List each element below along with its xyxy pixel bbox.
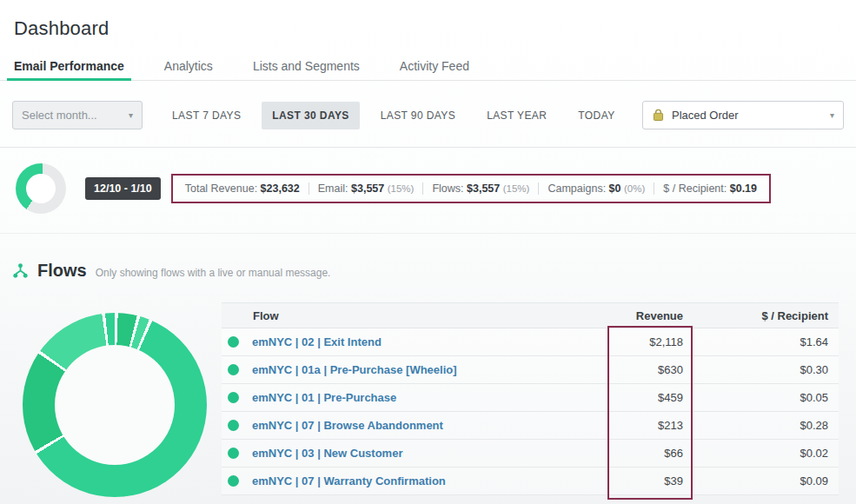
flows-donut-chart bbox=[23, 313, 207, 497]
revenue-cell: $66 bbox=[613, 447, 695, 460]
filter-bar: Select month... ▾ LAST 7 DAYS LAST 30 DA… bbox=[12, 101, 844, 129]
range-last-30-days[interactable]: LAST 30 DAYS bbox=[262, 102, 359, 129]
recipient-cell: $0.30 bbox=[695, 363, 839, 376]
summary-stat: $ / Recipient: $0.19 bbox=[654, 182, 766, 195]
flows-table: Flow Revenue $ / Recipient emNYC | 02 | … bbox=[222, 302, 839, 495]
range-last-7-days[interactable]: LAST 7 DAYS bbox=[162, 102, 251, 129]
flow-cell: emNYC | 01a | Pre-Purchase [Wheelio] bbox=[222, 363, 613, 376]
stat-value: $3,557 bbox=[351, 182, 384, 195]
stat-label: Email: bbox=[318, 182, 348, 195]
stat-value: $0.19 bbox=[730, 182, 757, 195]
page-title: Dashboard bbox=[14, 17, 109, 40]
tab-email-performance[interactable]: Email Performance bbox=[7, 52, 131, 81]
flow-cell: emNYC | 07 | Browse Abandonment bbox=[222, 419, 613, 432]
stat-label: Campaigns: bbox=[547, 182, 606, 195]
revenue-cell: $459 bbox=[613, 391, 695, 404]
summary-donut-hole bbox=[26, 174, 56, 203]
flow-cell: emNYC | 03 | New Customer bbox=[222, 447, 613, 460]
flows-donut-hole bbox=[55, 345, 175, 465]
date-range-badge: 12/10 - 1/10 bbox=[85, 177, 161, 200]
table-row: emNYC | 07 | Browse Abandonment $213 $0.… bbox=[222, 412, 839, 440]
recipient-cell: $0.28 bbox=[695, 419, 839, 432]
summary-stat: Email: $3,557 (15%) bbox=[309, 182, 423, 195]
shopping-bag-icon bbox=[652, 109, 665, 122]
summary-donut-chart bbox=[16, 163, 66, 214]
divider bbox=[0, 147, 856, 148]
recipient-cell: $0.05 bbox=[695, 391, 839, 404]
flow-cell: emNYC | 02 | Exit Intend bbox=[222, 335, 613, 348]
flow-status-dot bbox=[228, 364, 239, 375]
summary-stat: Campaigns: $0 (0%) bbox=[538, 182, 654, 195]
tab-bar: Email Performance Analytics Lists and Se… bbox=[7, 52, 476, 81]
flow-link[interactable]: emNYC | 07 | Browse Abandonment bbox=[252, 419, 443, 432]
range-today[interactable]: TODAY bbox=[567, 102, 625, 129]
tab-analytics[interactable]: Analytics bbox=[157, 52, 220, 81]
flow-link[interactable]: emNYC | 01 | Pre-Purchase bbox=[252, 391, 396, 404]
flow-link[interactable]: emNYC | 07 | Warranty Confirmation bbox=[252, 474, 446, 487]
date-range-buttons: LAST 7 DAYS LAST 30 DAYS LAST 90 DAYS LA… bbox=[162, 102, 626, 129]
flow-link[interactable]: emNYC | 01a | Pre-Purchase [Wheelio] bbox=[252, 363, 457, 376]
table-row: emNYC | 01a | Pre-Purchase [Wheelio] $63… bbox=[222, 356, 839, 384]
revenue-cell: $630 bbox=[613, 363, 695, 376]
column-header-flow: Flow bbox=[222, 309, 613, 322]
stat-suffix: (15%) bbox=[503, 183, 530, 194]
stat-value: $3,557 bbox=[467, 182, 500, 195]
revenue-cell: $39 bbox=[613, 474, 695, 487]
stat-label: $ / Recipient: bbox=[663, 182, 727, 195]
flow-link[interactable]: emNYC | 02 | Exit Intend bbox=[252, 335, 382, 348]
tab-lists-and-segments[interactable]: Lists and Segments bbox=[246, 52, 367, 81]
flow-status-dot bbox=[228, 392, 239, 403]
stat-label: Total Revenue: bbox=[185, 182, 257, 195]
flow-cell: emNYC | 01 | Pre-Purchase bbox=[222, 391, 613, 404]
column-header-recipient: $ / Recipient bbox=[695, 309, 839, 322]
stat-value: $0 bbox=[609, 182, 621, 195]
summary-stat: Total Revenue: $23,632 bbox=[176, 182, 309, 195]
summary-stat: Flows: $3,557 (15%) bbox=[422, 182, 538, 195]
summary-row: 12/10 - 1/10 Total Revenue: $23,632 Emai… bbox=[16, 163, 847, 214]
stat-value: $23,632 bbox=[261, 182, 300, 195]
table-header-row: Flow Revenue $ / Recipient bbox=[222, 302, 839, 328]
stat-suffix: (0%) bbox=[624, 183, 645, 194]
flow-status-dot bbox=[228, 336, 239, 348]
metric-select-value: Placed Order bbox=[672, 109, 739, 122]
stat-label: Flows: bbox=[432, 182, 463, 195]
recipient-cell: $0.02 bbox=[695, 447, 839, 460]
chevron-down-icon: ▾ bbox=[830, 111, 834, 120]
flows-title: Flows bbox=[37, 261, 87, 281]
table-row: emNYC | 03 | New Customer $66 $0.02 bbox=[222, 440, 839, 468]
flow-link[interactable]: emNYC | 03 | New Customer bbox=[252, 447, 402, 460]
summary-stats: Total Revenue: $23,632 Email: $3,557 (15… bbox=[171, 174, 771, 203]
month-select-value: Select month... bbox=[22, 109, 97, 122]
recipient-cell: $0.09 bbox=[695, 474, 839, 487]
table-row: emNYC | 02 | Exit Intend $2,118 $1.64 bbox=[222, 328, 839, 356]
flows-section-header: Flows Only showing flows with a live or … bbox=[12, 261, 330, 281]
column-header-revenue: Revenue bbox=[613, 309, 695, 322]
flow-status-dot bbox=[228, 475, 239, 487]
flows-subtitle: Only showing flows with a live or manual… bbox=[96, 267, 331, 279]
metric-select[interactable]: Placed Order ▾ bbox=[642, 101, 844, 129]
table-row: emNYC | 01 | Pre-Purchase $459 $0.05 bbox=[222, 384, 839, 412]
stat-suffix: (15%) bbox=[388, 183, 415, 194]
flows-icon bbox=[12, 262, 29, 279]
recipient-cell: $1.64 bbox=[695, 335, 839, 348]
revenue-cell: $2,118 bbox=[613, 335, 695, 348]
tab-activity-feed[interactable]: Activity Feed bbox=[393, 52, 476, 81]
dashboard-page: Dashboard Email Performance Analytics Li… bbox=[0, 0, 856, 504]
range-last-90-days[interactable]: LAST 90 DAYS bbox=[370, 102, 466, 129]
flow-cell: emNYC | 07 | Warranty Confirmation bbox=[222, 474, 613, 487]
table-row: emNYC | 07 | Warranty Confirmation $39 $… bbox=[222, 468, 839, 495]
flow-status-dot bbox=[228, 420, 239, 431]
divider bbox=[0, 233, 856, 234]
chevron-down-icon: ▾ bbox=[129, 111, 133, 120]
revenue-cell: $213 bbox=[613, 419, 695, 432]
range-last-year[interactable]: LAST YEAR bbox=[476, 102, 557, 129]
month-select[interactable]: Select month... ▾ bbox=[12, 101, 143, 129]
flow-status-dot bbox=[228, 448, 239, 459]
